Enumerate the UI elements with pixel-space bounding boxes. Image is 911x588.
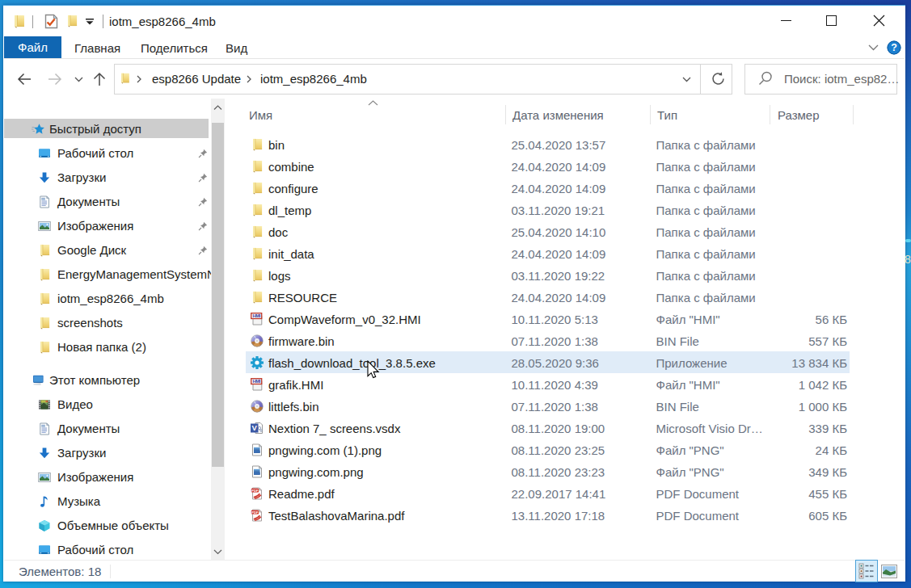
svg-text:?: ? <box>891 42 897 53</box>
